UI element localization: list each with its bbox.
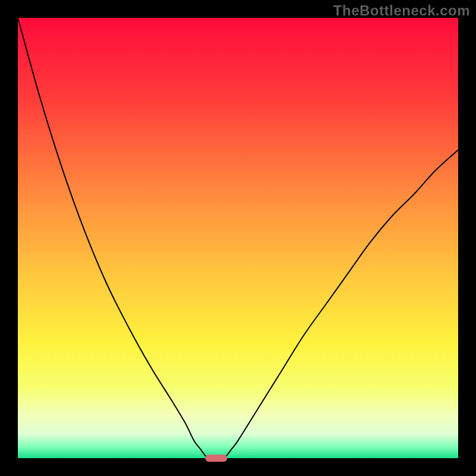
chart-frame: TheBottleneck.com	[0, 0, 476, 476]
watermark-text: TheBottleneck.com	[333, 2, 470, 19]
bottleneck-curve	[18, 18, 458, 458]
curve-right-branch	[225, 150, 458, 458]
curve-left-branch	[18, 18, 207, 458]
plot-area	[18, 18, 458, 458]
optimal-range-bar	[205, 455, 227, 462]
